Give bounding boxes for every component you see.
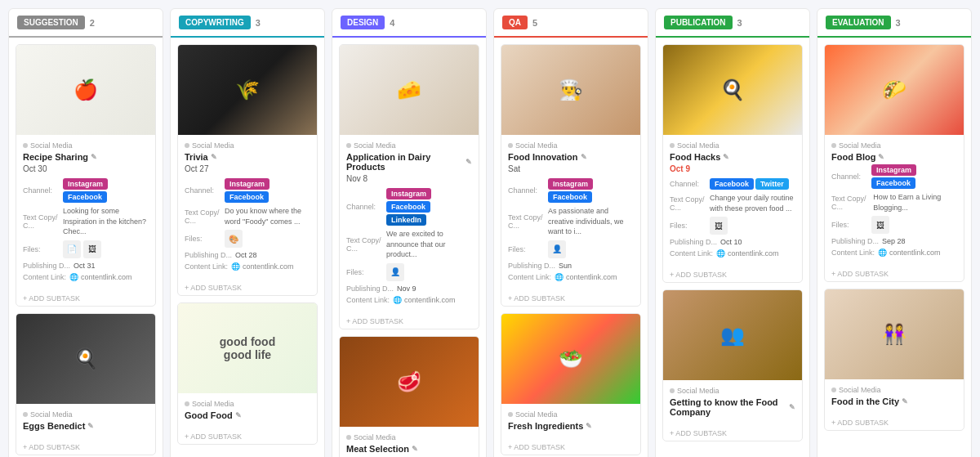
card-card-d2[interactable]: 🥩Social MediaMeat Selection✎+ ADD SUBTAS… — [339, 336, 479, 457]
channel-row-trivia: Channel:InstagramFacebook — [185, 178, 310, 203]
edit-icon[interactable]: ✎ — [87, 422, 94, 430]
content-link-label: Content Link: — [670, 249, 713, 258]
content-link-value-dairy-products[interactable]: 🌐contentlink.com — [393, 296, 456, 304]
card-title-food-hacks: Food Hacks✎ — [670, 152, 795, 162]
file-thumbnail[interactable]: 👤 — [548, 240, 566, 258]
content-link-label: Content Link: — [508, 273, 551, 281]
channel-tag-facebook[interactable]: Facebook — [63, 191, 107, 203]
card-food-hacks[interactable]: 🍳Social MediaFood Hacks✎Oct 9Channel:Fac… — [662, 44, 803, 283]
edit-icon[interactable]: ✎ — [723, 153, 729, 161]
channel-tag-facebook[interactable]: Facebook — [548, 191, 592, 203]
file-thumbnail[interactable]: 🖼 — [83, 240, 101, 258]
add-subtask-card-cw2[interactable]: + ADD SUBTASK — [178, 429, 317, 444]
card-title-card-ev2: Food in the City✎ — [831, 397, 957, 406]
file-thumbnail[interactable]: 👤 — [386, 263, 404, 281]
file-thumbnail[interactable]: 🎨 — [225, 230, 243, 248]
edit-icon[interactable]: ✎ — [466, 158, 472, 166]
card-card-cw2[interactable]: good food good lifeSocial MediaGood Food… — [177, 302, 318, 445]
content-link-value-food-blog[interactable]: 🌐contentlink.com — [878, 249, 941, 257]
content-link-value-trivia[interactable]: 🌐contentlink.com — [231, 262, 294, 271]
text-copy-row-food-blog: Text Copy/ C...How to Earn a Living Blog… — [831, 192, 957, 213]
add-subtask-card-pub2[interactable]: + ADD SUBTASK — [663, 426, 802, 441]
card-image-card-2: 🍳 — [16, 314, 155, 404]
content-link-value-recipe-sharing[interactable]: 🌐contentlink.com — [69, 273, 132, 281]
add-subtask-card-2[interactable]: + ADD SUBTASK — [16, 440, 155, 455]
card-body-recipe-sharing: Social MediaRecipe Sharing✎Oct 30Channel… — [16, 135, 155, 291]
channel-tag-facebook[interactable]: Facebook — [871, 177, 915, 189]
add-subtask-food-innovation[interactable]: + ADD SUBTASK — [501, 291, 640, 306]
text-copy-value-recipe-sharing: Looking for some Inspiration in the kitc… — [63, 206, 149, 237]
files-list-dairy-products: 👤 — [386, 263, 404, 281]
channel-tag-instagram[interactable]: Instagram — [225, 178, 270, 190]
channel-label: Channel: — [508, 186, 545, 195]
content-link-row-food-innovation: Content Link:🌐contentlink.com — [508, 273, 634, 281]
add-subtask-card-ev2[interactable]: + ADD SUBTASK — [825, 415, 964, 430]
channel-tag-facebook[interactable]: Facebook — [710, 178, 754, 190]
edit-icon[interactable]: ✎ — [789, 403, 795, 411]
card-body-food-hacks: Social MediaFood Hacks✎Oct 9Channel:Face… — [663, 135, 802, 267]
category-dot — [831, 388, 836, 392]
card-card-2[interactable]: 🍳Social MediaEggs Benedict✎+ ADD SUBTASK — [16, 313, 156, 455]
channel-tag-instagram[interactable]: Instagram — [548, 178, 593, 190]
card-date-dairy-products: Nov 8 — [346, 174, 472, 183]
channel-tag-instagram[interactable]: Instagram — [63, 178, 108, 190]
publishing-row-trivia: Publishing D...Oct 28 — [185, 251, 310, 259]
channel-label: Channel: — [831, 172, 868, 181]
channel-tag-instagram[interactable]: Instagram — [386, 188, 431, 199]
add-subtask-dairy-products[interactable]: + ADD SUBTASK — [340, 314, 479, 329]
edit-icon[interactable]: ✎ — [586, 422, 592, 430]
content-link-value-food-hacks[interactable]: 🌐contentlink.com — [716, 249, 779, 258]
channel-tags-food-hacks: FacebookTwitter — [710, 178, 789, 190]
column-copywriting: COPYWRITING3🌾Social MediaTrivia✎Oct 27Ch… — [170, 8, 325, 457]
file-thumbnail[interactable]: 📄 — [63, 240, 81, 258]
card-recipe-sharing[interactable]: 🍎Social MediaRecipe Sharing✎Oct 30Channe… — [16, 44, 156, 307]
card-food-innovation[interactable]: 👨‍🍳Social MediaFood Innovation✎SatChanne… — [501, 44, 641, 307]
title-text: Food Hacks — [670, 152, 720, 162]
category-dot — [346, 143, 351, 148]
edit-icon[interactable]: ✎ — [878, 153, 884, 161]
text-copy-label: Text Copy/ C... — [23, 213, 60, 230]
column-label-design: DESIGN — [341, 16, 385, 29]
card-body-trivia: Social MediaTrivia✎Oct 27Channel:Instagr… — [178, 135, 317, 280]
card-title-card-d2: Meat Selection✎ — [346, 444, 472, 454]
channel-tag-facebook[interactable]: Facebook — [225, 191, 269, 203]
channel-tag-linkedin[interactable]: LinkedIn — [386, 214, 426, 226]
category-label: Social Media — [192, 141, 234, 150]
cards-container-evaluation: 🌮Social MediaFood Blog✎Channel:Instagram… — [817, 38, 971, 437]
globe-icon: 🌐 — [69, 273, 78, 281]
text-copy-label: Text Copy/ C... — [185, 208, 221, 225]
column-suggestion: SUGGESTION2🍎Social MediaRecipe Sharing✎O… — [8, 8, 163, 457]
category-label: Social Media — [515, 410, 558, 419]
add-subtask-food-blog[interactable]: + ADD SUBTASK — [825, 267, 964, 281]
column-evaluation: EVALUATION3🌮Social MediaFood Blog✎Channe… — [817, 8, 972, 457]
edit-icon[interactable]: ✎ — [412, 445, 418, 453]
edit-icon[interactable]: ✎ — [235, 411, 242, 419]
add-subtask-trivia[interactable]: + ADD SUBTASK — [178, 280, 317, 295]
file-thumbnail[interactable]: 🖼 — [710, 217, 728, 235]
card-category-food-hacks: Social Media — [670, 141, 795, 150]
edit-icon[interactable]: ✎ — [902, 397, 908, 405]
card-card-ev2[interactable]: 👭Social MediaFood in the City✎+ ADD SUBT… — [824, 289, 964, 431]
add-subtask-food-hacks[interactable]: + ADD SUBTASK — [663, 267, 802, 282]
card-dairy-products[interactable]: 🧀Social MediaApplication in Dairy Produc… — [339, 44, 479, 329]
cards-container-copywriting: 🌾Social MediaTrivia✎Oct 27Channel:Instag… — [171, 38, 324, 451]
content-link-value-food-innovation[interactable]: 🌐contentlink.com — [555, 273, 617, 281]
edit-icon[interactable]: ✎ — [91, 153, 97, 161]
card-card-qa2[interactable]: 🥗Social MediaFresh Ingredients✎+ ADD SUB… — [501, 313, 641, 455]
card-card-pub2[interactable]: 👥Social MediaGetting to know the Food Co… — [662, 289, 803, 441]
card-title-food-innovation: Food Innovation✎ — [508, 152, 634, 162]
card-trivia[interactable]: 🌾Social MediaTrivia✎Oct 27Channel:Instag… — [177, 44, 318, 296]
link-text: contentlink.com — [728, 249, 779, 258]
edit-icon[interactable]: ✎ — [581, 153, 587, 161]
card-food-blog[interactable]: 🌮Social MediaFood Blog✎Channel:Instagram… — [824, 44, 964, 282]
channel-tag-instagram[interactable]: Instagram — [871, 164, 916, 176]
title-text: Fresh Ingredients — [508, 421, 583, 431]
card-image-dairy-products: 🧀 — [340, 45, 479, 135]
add-subtask-recipe-sharing[interactable]: + ADD SUBTASK — [16, 291, 155, 306]
edit-icon[interactable]: ✎ — [211, 153, 217, 161]
channel-tag-twitter[interactable]: Twitter — [755, 178, 789, 190]
file-thumbnail[interactable]: 🖼 — [871, 216, 889, 234]
text-copy-label: Text Copy/ C... — [508, 213, 545, 230]
add-subtask-card-qa2[interactable]: + ADD SUBTASK — [501, 440, 640, 455]
channel-tag-facebook[interactable]: Facebook — [386, 201, 430, 213]
